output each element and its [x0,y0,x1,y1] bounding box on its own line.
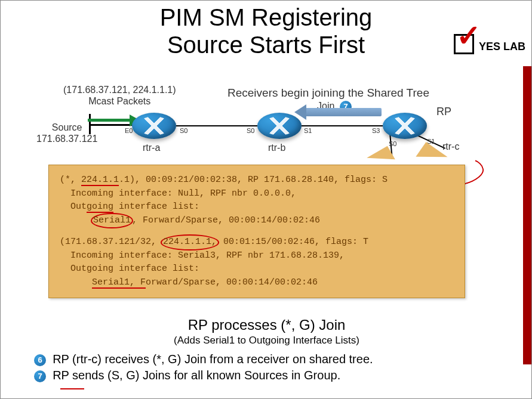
blank-line [60,227,454,236]
source-ip: 171.68.37.121 [36,134,97,144]
rtr-c-name: rtr-c [442,141,459,152]
if-a-s0: S0 [180,127,187,134]
rp-label: RP [436,106,451,118]
step-7-row: 7 RP sends (S, G) Joins for all known So… [34,369,373,382]
txt: Out [70,202,87,212]
link-a-b [176,125,257,126]
link-b-c [302,125,383,126]
if-a-e0: E0 [125,127,133,134]
mroute-line-4: Serial1, Forward/Sparse, 00:00:14/00:02:… [60,214,454,228]
step-list: 6 RP (rtr-c) receives (*, G) Join from a… [34,352,373,385]
mroute-line-7: Outgoing interface list: [60,262,454,276]
step-6-badge-icon: 6 [34,354,46,366]
annot-fwd: F [140,277,146,289]
mroute-line-1: (*, 224.1.1.1), 00:09:21/00:02:38, RP 17… [60,174,454,187]
annot-group-ip: 224.1.1.1, [161,234,219,250]
txt: .1), 00:09:21/00:02:38, RP 171.68.28.140… [119,175,388,185]
txt: 00:01:15/00:02:46, flags: T [218,237,368,247]
annot-serial1b: Serial1, [92,277,140,289]
sub-caption-1: RP processes (*, G) Join [1,317,532,333]
mroute-line-3: Outgoing interface list: [60,200,454,214]
annotation-underline [60,388,84,389]
mroute-line-6: Incoming interface: Serial3, RPF nbr 171… [60,249,454,263]
mroute-line-5: (171.68.37.121/32, 224.1.1.1, 00:01:15/0… [60,236,454,249]
annot-serial1: Serial1 [91,213,133,229]
if-b-s0: S0 [247,127,254,134]
mroute-line-8: Serial1, Forward/Sparse, 00:00:14/00:02:… [60,276,454,290]
txt: (171.68.37.121/32, [60,237,162,247]
rtr-a-name: rtr-a [143,143,160,153]
txt: orward/Sparse, 00:00:14/00:02:46 [146,277,318,287]
mcast-sub: Mcast Packets [88,96,150,106]
mroute-line-2: Incoming interface: Null, RPF nbr 0.0.0.… [60,187,454,201]
rtr-b-name: rtr-b [268,143,285,153]
if-c-s0: S0 [389,140,396,147]
mroute-output-box: (*, 224.1.1.1), 00:09:21/00:02:38, RP 17… [48,165,465,298]
step-7-badge-icon-list: 7 [34,370,46,382]
step-6-row: 6 RP (rtr-c) receives (*, G) Join from a… [34,352,373,366]
router-c-icon [383,113,427,139]
step-6-text: RP (rtr-c) receives (*, G) Join from a r… [53,352,373,366]
if-c-s3: S3 [372,127,380,134]
checkmark-icon: ✓ [454,30,478,54]
if-b-s1: S1 [304,127,312,134]
slide-title: PIM SM Registering Source Starts First [1,1,531,58]
link-source-rtra [89,124,133,126]
mcast-tuple: (171.68.37.121, 224.1.1.1) [63,85,176,95]
receivers-label: Receivers begin joining the Shared Tree [227,86,429,100]
annot-outgoing: going [87,202,113,213]
txt: interface list: [113,202,199,212]
join-arrow-icon [305,108,382,116]
router-a-icon [132,113,176,139]
sub-caption-2: (Adds Serial1 to Outgoing Interface List… [1,335,532,347]
source-label: Source 171.68.37.121 [36,122,97,144]
logo-text: YES LAB [479,41,525,54]
title-line-1: PIM SM Registering [1,4,531,31]
txt: , Forward/Sparse, 00:00:14/00:02:46 [132,215,320,225]
mcast-packets-label: (171.68.37.121, 224.1.1.1) Mcast Packets [63,84,176,107]
source-word: Source [52,122,82,132]
txt: (*, [60,175,81,185]
title-line-2: Source Starts First [1,31,531,58]
yeslab-logo: ✓ YES LAB [454,30,525,54]
traffic-arrow-icon [88,119,132,122]
annot-star-g: 224.1.1 [81,175,119,186]
step-7-text: RP sends (S, G) Joins for all known Sour… [53,369,340,382]
